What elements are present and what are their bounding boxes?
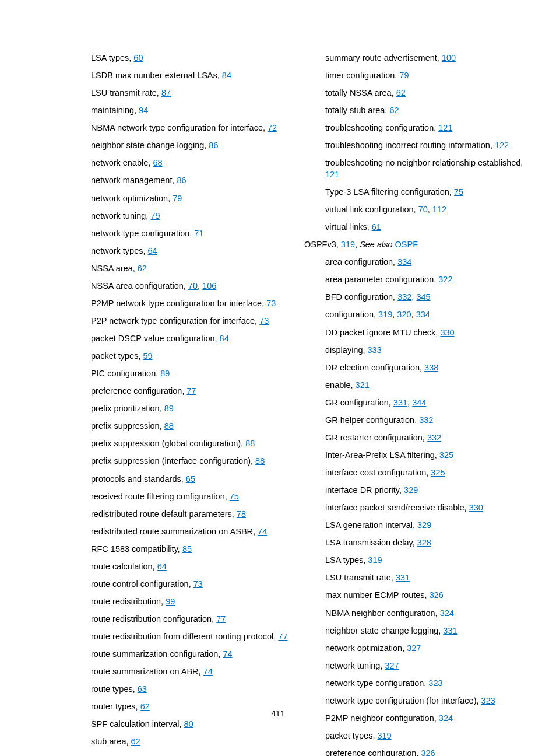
page-link[interactable]: 68: [153, 158, 162, 167]
page-link[interactable]: 331: [393, 398, 407, 407]
page-link[interactable]: 85: [182, 544, 192, 554]
page-link[interactable]: 87: [161, 88, 171, 97]
page-link[interactable]: 322: [438, 275, 452, 284]
index-term: DR election configuration,: [325, 363, 424, 372]
page-link[interactable]: 62: [138, 264, 147, 273]
page-link[interactable]: 319: [341, 240, 355, 249]
page-link[interactable]: 331: [396, 573, 410, 582]
index-entry: route types, 63: [70, 684, 298, 695]
page-link[interactable]: 88: [164, 421, 174, 430]
page-link[interactable]: 323: [428, 678, 442, 688]
page-link[interactable]: 77: [278, 632, 287, 641]
page-link[interactable]: 324: [440, 608, 454, 618]
page-link[interactable]: 73: [193, 579, 203, 589]
page-link[interactable]: 326: [421, 748, 435, 756]
page-link[interactable]: 319: [368, 555, 382, 565]
page-link[interactable]: 94: [139, 106, 148, 115]
page-link[interactable]: 332: [419, 415, 433, 425]
page-link[interactable]: 330: [469, 503, 483, 512]
index-term: GR helper configuration,: [325, 415, 419, 425]
page-link[interactable]: 112: [432, 205, 446, 214]
page-link[interactable]: 122: [495, 141, 509, 150]
page-link[interactable]: 327: [385, 661, 399, 670]
index-term: network enable,: [91, 158, 153, 167]
page-link[interactable]: 79: [150, 211, 160, 220]
page-link[interactable]: 344: [412, 398, 426, 407]
page-link[interactable]: 70: [188, 281, 198, 290]
page-link[interactable]: 77: [216, 614, 226, 624]
page-link[interactable]: 86: [209, 141, 218, 150]
page-link[interactable]: 321: [356, 380, 370, 390]
page-link[interactable]: 59: [143, 351, 152, 360]
page-link[interactable]: 74: [203, 667, 213, 676]
index-term: maintaining,: [91, 106, 139, 115]
page-link[interactable]: 60: [133, 53, 143, 62]
page-link[interactable]: 334: [397, 257, 411, 267]
page-link[interactable]: 329: [417, 520, 431, 530]
page-link[interactable]: 73: [266, 299, 276, 308]
page-link[interactable]: 61: [372, 222, 381, 232]
page-link[interactable]: 319: [378, 310, 392, 319]
page-link[interactable]: 328: [417, 538, 431, 547]
page-link[interactable]: 77: [186, 386, 196, 396]
page-link[interactable]: 70: [418, 205, 428, 214]
page-link[interactable]: 84: [222, 71, 231, 80]
page-link[interactable]: 329: [404, 485, 418, 495]
page-link[interactable]: 323: [481, 696, 495, 705]
page-link[interactable]: 63: [138, 684, 147, 694]
page-link[interactable]: 106: [202, 281, 216, 290]
page-link[interactable]: 331: [443, 626, 457, 635]
page-link[interactable]: 62: [389, 106, 399, 115]
page-link[interactable]: 74: [223, 649, 232, 659]
index-term: GR configuration,: [325, 398, 393, 407]
page-link[interactable]: 338: [424, 363, 438, 372]
page-link[interactable]: 86: [177, 176, 186, 185]
page-link[interactable]: 325: [431, 468, 445, 477]
page-link[interactable]: 65: [186, 474, 195, 484]
page-link[interactable]: 62: [131, 737, 140, 746]
index-term: network type configuration,: [91, 229, 194, 238]
page-link[interactable]: 62: [396, 88, 406, 97]
page-link[interactable]: 100: [442, 53, 456, 62]
page-link[interactable]: 74: [258, 527, 267, 536]
index-entry: network type configuration, 71: [70, 228, 298, 240]
index-term: prefix suppression (interface configurat…: [91, 456, 255, 466]
page-link[interactable]: 75: [230, 492, 239, 501]
page-link[interactable]: 64: [148, 246, 157, 256]
page-link[interactable]: 334: [416, 310, 430, 319]
page-link[interactable]: 121: [325, 170, 339, 179]
page-link[interactable]: 99: [166, 597, 175, 606]
page-link[interactable]: 333: [368, 345, 382, 355]
page-link[interactable]: 79: [399, 71, 409, 80]
page-link[interactable]: 345: [416, 292, 430, 302]
page-link[interactable]: 330: [440, 328, 454, 337]
page-link[interactable]: 78: [237, 509, 246, 519]
page-link[interactable]: 79: [173, 194, 182, 203]
page-link[interactable]: 325: [439, 450, 453, 460]
page-link[interactable]: 121: [438, 123, 452, 132]
page-link[interactable]: 327: [407, 643, 421, 653]
index-term: LSA transmission delay,: [325, 538, 417, 547]
see-also-link[interactable]: OSPF: [395, 240, 418, 249]
page-link[interactable]: 320: [397, 310, 411, 319]
index-term: route redistribution configuration,: [91, 614, 216, 624]
page-link[interactable]: 89: [164, 404, 174, 413]
index-entry: summary route advertisement, 100: [304, 52, 533, 64]
index-entry: max number ECMP routes, 326: [304, 590, 533, 601]
page-link[interactable]: 80: [184, 719, 193, 729]
page-link[interactable]: 64: [157, 562, 167, 571]
page-link[interactable]: 73: [259, 316, 269, 326]
page-link[interactable]: 88: [245, 439, 255, 448]
page-link[interactable]: 89: [160, 369, 170, 378]
page-link[interactable]: 84: [220, 334, 229, 343]
index-entry: neighbor state change logging, 86: [70, 140, 298, 152]
page-link[interactable]: 326: [430, 590, 444, 600]
page-link[interactable]: 332: [427, 433, 441, 442]
page-link[interactable]: 72: [268, 123, 277, 132]
page-link[interactable]: 319: [377, 731, 391, 740]
page-link[interactable]: 75: [454, 187, 463, 197]
page-link[interactable]: 332: [397, 292, 411, 302]
index-entry: OSPFv3, 319, See also OSPF: [304, 239, 533, 251]
page-link[interactable]: 88: [255, 456, 265, 466]
page-link[interactable]: 71: [194, 229, 203, 238]
